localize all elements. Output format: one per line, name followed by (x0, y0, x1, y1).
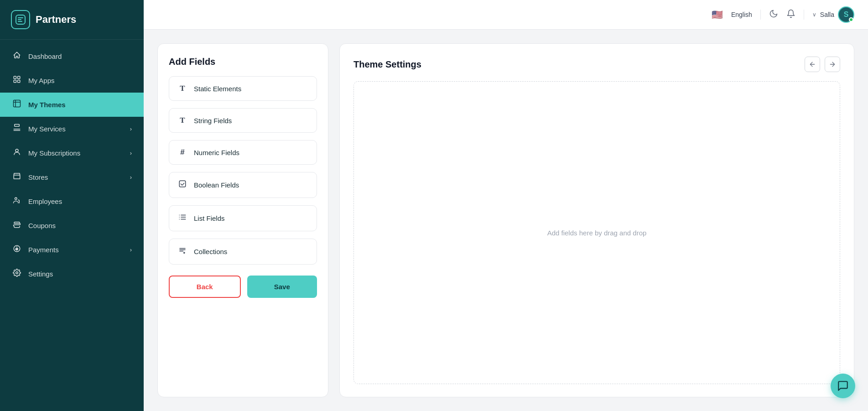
field-label: Static Elements (194, 85, 241, 93)
sidebar-logo: Partners (0, 0, 144, 40)
header-divider2 (804, 10, 804, 20)
svg-rect-5 (14, 100, 21, 107)
theme-settings-header: Theme Settings (353, 57, 840, 72)
add-fields-title: Add Fields (169, 57, 317, 67)
field-label: Collections (194, 248, 227, 255)
logo-text: Partners (36, 14, 76, 26)
theme-settings-title: Theme Settings (353, 59, 421, 70)
services-icon (12, 124, 22, 134)
field-item-list-fields[interactable]: List Fields (169, 205, 317, 231)
field-label: String Fields (194, 117, 232, 125)
sidebar-item-label: Settings (28, 270, 53, 278)
sidebar-item-my-subscriptions[interactable]: My Subscriptions › (0, 141, 144, 165)
flag-icon: 🇺🇸 (712, 9, 723, 20)
hash-icon: # (177, 148, 187, 157)
svg-rect-2 (18, 76, 20, 78)
subscriptions-icon (12, 148, 22, 158)
field-item-boolean-fields[interactable]: Boolean Fields (169, 172, 317, 198)
chevron-down-icon: ∨ (812, 11, 816, 18)
bell-icon[interactable] (786, 9, 795, 21)
list-icon (177, 213, 187, 224)
logo-icon (11, 10, 30, 29)
settings-icon (12, 269, 22, 279)
sidebar-item-label: Dashboard (28, 52, 62, 60)
header-divider (760, 10, 761, 20)
checkbox-icon (177, 180, 187, 190)
collections-icon (177, 246, 187, 257)
sidebar-item-label: Stores (28, 173, 48, 181)
payments-icon (12, 245, 22, 255)
text-icon: T (177, 84, 187, 93)
content-area: Add Fields T Static Elements T String Fi… (144, 30, 868, 411)
online-indicator (849, 17, 853, 22)
sidebar-item-label: Coupons (28, 222, 56, 229)
back-button[interactable]: Back (169, 276, 241, 298)
chevron-right-icon: › (130, 246, 132, 253)
header: 🇺🇸 English ∨ Salla S (144, 0, 868, 30)
avatar: S (838, 6, 854, 23)
theme-drop-area: Add fields here by drag and drop (353, 81, 840, 384)
svg-point-9 (16, 272, 18, 274)
sidebar-item-my-themes[interactable]: My Themes (0, 93, 144, 117)
svg-rect-1 (14, 76, 16, 78)
panel-actions: Back Save (169, 276, 317, 298)
field-item-static-elements[interactable]: T Static Elements (169, 76, 317, 101)
field-label: Boolean Fields (194, 181, 239, 189)
sidebar-item-label: My Subscriptions (28, 149, 80, 157)
main-wrapper: 🇺🇸 English ∨ Salla S Add Fields (144, 0, 868, 411)
home-icon (12, 51, 22, 62)
sidebar-item-my-services[interactable]: My Services › (0, 117, 144, 141)
svg-rect-10 (179, 181, 186, 187)
svg-rect-3 (14, 80, 16, 83)
sidebar: Partners Dashboard My Apps (0, 0, 144, 411)
string-icon: T (177, 116, 187, 125)
sidebar-item-label: My Themes (28, 101, 66, 109)
user-menu[interactable]: ∨ Salla S (812, 6, 854, 23)
sidebar-item-stores[interactable]: Stores › (0, 165, 144, 189)
sidebar-item-dashboard[interactable]: Dashboard (0, 44, 144, 68)
sidebar-item-settings[interactable]: Settings (0, 262, 144, 286)
sidebar-item-coupons[interactable]: Coupons (0, 213, 144, 238)
theme-back-button[interactable] (805, 57, 820, 72)
svg-point-6 (16, 149, 18, 152)
sidebar-nav: Dashboard My Apps My Themes (0, 40, 144, 411)
employees-icon (12, 196, 22, 207)
svg-rect-4 (18, 80, 20, 83)
coupons-icon (12, 220, 22, 231)
theme-forward-button[interactable] (825, 57, 840, 72)
language-label: English (731, 11, 752, 18)
stores-icon (12, 172, 22, 182)
moon-icon[interactable] (769, 9, 778, 21)
field-item-collections[interactable]: Collections (169, 239, 317, 265)
save-button[interactable]: Save (247, 276, 317, 298)
theme-settings-panel: Theme Settings Add fields here by (339, 43, 854, 397)
sidebar-item-payments[interactable]: Payments › (0, 238, 144, 262)
chat-button[interactable] (831, 374, 855, 398)
drop-area-text: Add fields here by drag and drop (547, 229, 647, 237)
username-label: Salla (820, 11, 834, 18)
field-item-numeric-fields[interactable]: # Numeric Fields (169, 140, 317, 165)
sidebar-item-label: My Services (28, 125, 66, 133)
sidebar-item-label: Payments (28, 246, 59, 254)
field-label: List Fields (194, 214, 225, 222)
theme-nav-buttons (805, 57, 840, 72)
themes-icon (12, 99, 22, 110)
sidebar-item-label: My Apps (28, 77, 55, 84)
avatar-initial: S (844, 10, 849, 19)
chevron-right-icon: › (130, 174, 132, 181)
chevron-right-icon: › (130, 125, 132, 132)
apps-icon (12, 75, 22, 86)
field-label: Numeric Fields (194, 149, 239, 156)
sidebar-item-my-apps[interactable]: My Apps (0, 68, 144, 93)
field-item-string-fields[interactable]: T String Fields (169, 108, 317, 133)
svg-point-7 (15, 198, 17, 200)
chevron-right-icon: › (130, 150, 132, 156)
add-fields-panel: Add Fields T Static Elements T String Fi… (157, 43, 328, 397)
sidebar-item-employees[interactable]: Employees (0, 189, 144, 213)
sidebar-item-label: Employees (28, 198, 62, 205)
